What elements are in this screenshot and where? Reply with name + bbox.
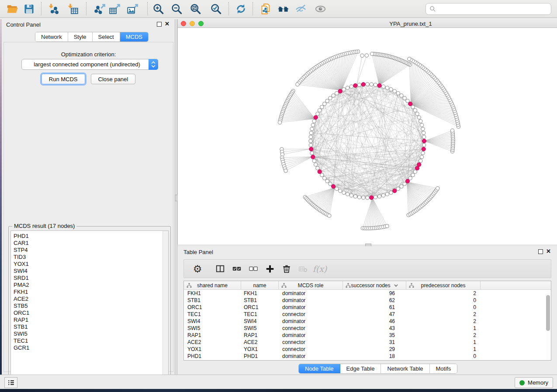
mcds-node[interactable] (393, 189, 397, 193)
network-node[interactable] (311, 123, 315, 127)
network-node[interactable] (413, 109, 417, 112)
table-row[interactable]: SWI5SWI5connector431 (184, 325, 551, 332)
tab-select[interactable]: Select (93, 32, 120, 41)
network-node[interactable] (357, 83, 361, 86)
network-node[interactable] (419, 159, 422, 162)
network-node[interactable] (346, 86, 349, 89)
mcds-result-item[interactable]: RAP1 (14, 316, 163, 323)
search-input[interactable] (438, 5, 551, 14)
network-node[interactable] (374, 196, 377, 199)
network-node[interactable] (422, 135, 426, 139)
task-history-button[interactable] (4, 377, 17, 388)
network-node[interactable] (320, 173, 324, 177)
network-node[interactable] (309, 131, 313, 134)
network-node[interactable] (396, 187, 400, 190)
mcds-result-item[interactable]: STB1 (14, 323, 163, 330)
mcds-result-item[interactable]: CAR1 (14, 240, 163, 247)
network-node[interactable] (342, 191, 346, 194)
network-node[interactable] (393, 89, 396, 93)
network-node[interactable] (406, 99, 409, 103)
network-node[interactable] (316, 166, 319, 170)
network-node[interactable] (419, 120, 422, 123)
network-node[interactable] (378, 195, 381, 198)
network-node[interactable] (357, 196, 361, 199)
table-row[interactable]: STB1STB1dominator620 (184, 297, 551, 304)
mcds-node[interactable] (318, 170, 322, 174)
mcds-node[interactable] (311, 155, 315, 159)
network-node[interactable] (400, 94, 403, 97)
column-header-predecessor-nodes[interactable]: predecessor nodes (406, 281, 481, 289)
network-node[interactable] (422, 143, 426, 147)
mcds-node[interactable] (353, 83, 357, 87)
network-node[interactable] (329, 96, 332, 100)
houses-button[interactable] (274, 2, 292, 16)
network-node[interactable] (346, 193, 349, 196)
network-node[interactable] (385, 193, 389, 196)
table-settings-button[interactable]: ⚙ (189, 261, 206, 276)
network-node[interactable] (353, 195, 357, 198)
column-header-shared-name[interactable]: shared name (184, 281, 241, 289)
run-mcds-button[interactable]: Run MCDS (42, 74, 85, 84)
network-window-titlebar[interactable]: YPA_prune.txt_1 (178, 19, 557, 28)
network-node[interactable] (310, 151, 314, 155)
float-panel-icon[interactable] (538, 249, 543, 254)
mcds-node[interactable] (314, 115, 318, 119)
network-canvas[interactable] (178, 28, 557, 244)
tab-motifs[interactable]: Motifs (430, 364, 457, 373)
optimization-criterion-select[interactable]: largest connected component (undirected) (21, 59, 158, 70)
tab-network-table[interactable]: Network Table (381, 364, 429, 373)
network-node[interactable] (323, 176, 326, 180)
tab-edge-table[interactable]: Edge Table (340, 364, 381, 373)
deselect-all-button[interactable] (245, 261, 262, 276)
mcds-node[interactable] (422, 139, 426, 143)
mcds-list-scrollbar[interactable] (163, 231, 168, 386)
mcds-result-item[interactable]: ORC1 (14, 309, 163, 316)
network-node[interactable] (415, 112, 419, 116)
import-table-button[interactable] (64, 2, 81, 16)
network-leaf-node[interactable] (284, 169, 287, 172)
table-row[interactable]: SWI4SWI4dominator462 (184, 318, 551, 325)
export-image-button[interactable] (124, 2, 141, 16)
mcds-node[interactable] (415, 166, 419, 170)
close-window-icon[interactable] (181, 21, 186, 26)
delete-column-button[interactable] (278, 261, 295, 276)
network-node[interactable] (421, 151, 425, 155)
mcds-node[interactable] (361, 83, 365, 86)
maximize-window-icon[interactable] (198, 21, 204, 26)
network-node[interactable] (413, 170, 417, 173)
tab-style[interactable]: Style (68, 32, 93, 41)
mcds-node[interactable] (422, 147, 426, 151)
network-node[interactable] (312, 159, 316, 162)
close-panel-icon[interactable]: ✕ (165, 21, 170, 27)
zoom-in-button[interactable] (149, 2, 167, 16)
mcds-node[interactable] (377, 83, 381, 87)
column-header-name[interactable]: name (241, 281, 279, 289)
network-node[interactable] (370, 83, 373, 86)
network-leaf-node[interactable] (436, 186, 439, 190)
network-node[interactable] (422, 131, 426, 134)
network-node[interactable] (411, 173, 415, 177)
network-node[interactable] (349, 194, 353, 197)
network-node[interactable] (417, 116, 421, 119)
network-node[interactable] (323, 102, 326, 106)
network-node[interactable] (385, 86, 389, 89)
hide-eye-button[interactable] (292, 2, 309, 16)
memory-button[interactable]: Memory (515, 377, 553, 388)
network-leaf-node[interactable] (278, 120, 281, 124)
split-view-button[interactable] (212, 261, 228, 276)
network-node[interactable] (316, 112, 319, 116)
network-leaf-node[interactable] (360, 54, 364, 57)
network-node[interactable] (335, 92, 339, 95)
network-node[interactable] (318, 109, 322, 112)
network-node[interactable] (310, 127, 314, 131)
table-row[interactable]: ORC1ORC1dominator610 (184, 304, 551, 311)
mcds-result-item[interactable]: STP4 (14, 247, 163, 254)
network-node[interactable] (309, 135, 312, 139)
network-file-button[interactable] (257, 2, 274, 16)
table-row[interactable]: YOX1YOX1connector291 (184, 346, 551, 353)
table-scrollbar[interactable] (546, 291, 550, 360)
mcds-result-item[interactable]: PMA2 (14, 282, 163, 289)
save-session-button[interactable] (20, 2, 38, 16)
mcds-result-item[interactable]: SWI5 (14, 330, 163, 337)
table-scrollbar-thumb[interactable] (546, 295, 550, 331)
